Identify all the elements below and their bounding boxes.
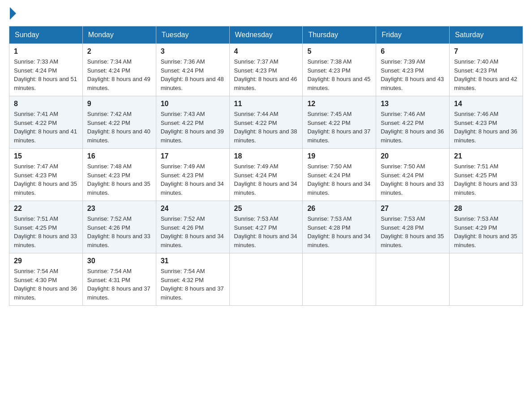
day-info: Sunrise: 7:46 AM Sunset: 4:23 PM Dayligh… [454, 110, 518, 145]
calendar-cell: 2 Sunrise: 7:34 AM Sunset: 4:24 PM Dayli… [82, 44, 156, 96]
day-info: Sunrise: 7:39 AM Sunset: 4:23 PM Dayligh… [381, 57, 445, 92]
calendar-cell: 10 Sunrise: 7:43 AM Sunset: 4:22 PM Dayl… [156, 96, 229, 149]
calendar-cell: 13 Sunrise: 7:46 AM Sunset: 4:22 PM Dayl… [376, 96, 450, 149]
day-info: Sunrise: 7:52 AM Sunset: 4:26 PM Dayligh… [161, 214, 225, 249]
day-number: 1 [14, 47, 78, 56]
calendar-week-row: 8 Sunrise: 7:41 AM Sunset: 4:22 PM Dayli… [9, 96, 523, 149]
day-info: Sunrise: 7:33 AM Sunset: 4:24 PM Dayligh… [14, 57, 78, 92]
day-info: Sunrise: 7:42 AM Sunset: 4:22 PM Dayligh… [87, 110, 151, 145]
calendar-body: 1 Sunrise: 7:33 AM Sunset: 4:24 PM Dayli… [9, 44, 523, 306]
day-number: 16 [87, 152, 151, 160]
calendar-cell: 26 Sunrise: 7:53 AM Sunset: 4:28 PM Dayl… [303, 201, 376, 253]
calendar-cell: 18 Sunrise: 7:49 AM Sunset: 4:24 PM Dayl… [229, 149, 303, 201]
calendar-cell: 17 Sunrise: 7:49 AM Sunset: 4:23 PM Dayl… [156, 149, 229, 201]
day-number: 26 [307, 205, 371, 213]
calendar-cell [450, 253, 523, 306]
day-number: 3 [161, 47, 225, 56]
day-info: Sunrise: 7:47 AM Sunset: 4:23 PM Dayligh… [14, 162, 78, 197]
calendar-header-tuesday: Tuesday [156, 26, 229, 44]
day-number: 7 [454, 47, 518, 56]
day-info: Sunrise: 7:53 AM Sunset: 4:28 PM Dayligh… [381, 214, 445, 249]
day-info: Sunrise: 7:52 AM Sunset: 4:26 PM Dayligh… [87, 214, 151, 249]
day-number: 25 [234, 205, 298, 213]
calendar-cell: 5 Sunrise: 7:38 AM Sunset: 4:23 PM Dayli… [303, 44, 376, 96]
logo-general-text [9, 9, 16, 20]
calendar-cell: 20 Sunrise: 7:50 AM Sunset: 4:24 PM Dayl… [376, 149, 450, 201]
day-number: 18 [234, 152, 298, 160]
page-header [9, 9, 523, 17]
day-number: 5 [307, 47, 371, 56]
day-info: Sunrise: 7:54 AM Sunset: 4:32 PM Dayligh… [161, 267, 225, 302]
day-info: Sunrise: 7:38 AM Sunset: 4:23 PM Dayligh… [307, 57, 371, 92]
day-info: Sunrise: 7:48 AM Sunset: 4:23 PM Dayligh… [87, 162, 151, 197]
day-number: 22 [14, 205, 78, 213]
day-info: Sunrise: 7:34 AM Sunset: 4:24 PM Dayligh… [87, 57, 151, 92]
calendar-cell: 11 Sunrise: 7:44 AM Sunset: 4:22 PM Dayl… [229, 96, 303, 149]
day-number: 13 [381, 100, 445, 108]
calendar-table: SundayMondayTuesdayWednesdayThursdayFrid… [9, 26, 523, 306]
day-info: Sunrise: 7:49 AM Sunset: 4:24 PM Dayligh… [234, 162, 298, 197]
day-info: Sunrise: 7:50 AM Sunset: 4:24 PM Dayligh… [381, 162, 445, 197]
calendar-header-friday: Friday [376, 26, 450, 44]
calendar-cell: 15 Sunrise: 7:47 AM Sunset: 4:23 PM Dayl… [9, 149, 83, 201]
day-info: Sunrise: 7:53 AM Sunset: 4:29 PM Dayligh… [454, 214, 518, 249]
calendar-cell: 9 Sunrise: 7:42 AM Sunset: 4:22 PM Dayli… [82, 96, 156, 149]
calendar-cell: 31 Sunrise: 7:54 AM Sunset: 4:32 PM Dayl… [156, 253, 229, 306]
day-number: 17 [161, 152, 225, 160]
day-number: 4 [234, 47, 298, 56]
day-number: 31 [161, 257, 225, 265]
day-info: Sunrise: 7:43 AM Sunset: 4:22 PM Dayligh… [161, 110, 225, 145]
calendar-cell: 6 Sunrise: 7:39 AM Sunset: 4:23 PM Dayli… [376, 44, 450, 96]
day-number: 29 [14, 257, 78, 265]
calendar-week-row: 29 Sunrise: 7:54 AM Sunset: 4:30 PM Dayl… [9, 253, 523, 306]
calendar-cell: 8 Sunrise: 7:41 AM Sunset: 4:22 PM Dayli… [9, 96, 83, 149]
calendar-header-monday: Monday [82, 26, 156, 44]
calendar-cell: 24 Sunrise: 7:52 AM Sunset: 4:26 PM Dayl… [156, 201, 229, 253]
calendar-cell: 3 Sunrise: 7:36 AM Sunset: 4:24 PM Dayli… [156, 44, 229, 96]
day-number: 28 [454, 205, 518, 213]
calendar-cell [229, 253, 303, 306]
calendar-cell: 28 Sunrise: 7:53 AM Sunset: 4:29 PM Dayl… [450, 201, 523, 253]
day-info: Sunrise: 7:40 AM Sunset: 4:23 PM Dayligh… [454, 57, 518, 92]
calendar-week-row: 22 Sunrise: 7:51 AM Sunset: 4:25 PM Dayl… [9, 201, 523, 253]
day-number: 10 [161, 100, 225, 108]
calendar-cell [376, 253, 450, 306]
day-number: 12 [307, 100, 371, 108]
calendar-cell: 23 Sunrise: 7:52 AM Sunset: 4:26 PM Dayl… [82, 201, 156, 253]
day-info: Sunrise: 7:37 AM Sunset: 4:23 PM Dayligh… [234, 57, 298, 92]
calendar-cell: 7 Sunrise: 7:40 AM Sunset: 4:23 PM Dayli… [450, 44, 523, 96]
day-number: 21 [454, 152, 518, 160]
day-info: Sunrise: 7:45 AM Sunset: 4:22 PM Dayligh… [307, 110, 371, 145]
day-number: 19 [307, 152, 371, 160]
day-number: 2 [87, 47, 151, 56]
day-number: 8 [14, 100, 78, 108]
calendar-cell: 12 Sunrise: 7:45 AM Sunset: 4:22 PM Dayl… [303, 96, 376, 149]
calendar-week-row: 15 Sunrise: 7:47 AM Sunset: 4:23 PM Dayl… [9, 149, 523, 201]
calendar-cell: 4 Sunrise: 7:37 AM Sunset: 4:23 PM Dayli… [229, 44, 303, 96]
day-info: Sunrise: 7:44 AM Sunset: 4:22 PM Dayligh… [234, 110, 298, 145]
day-info: Sunrise: 7:46 AM Sunset: 4:22 PM Dayligh… [381, 110, 445, 145]
day-number: 9 [87, 100, 151, 108]
calendar-cell: 14 Sunrise: 7:46 AM Sunset: 4:23 PM Dayl… [450, 96, 523, 149]
calendar-header-row: SundayMondayTuesdayWednesdayThursdayFrid… [9, 26, 523, 44]
day-info: Sunrise: 7:51 AM Sunset: 4:25 PM Dayligh… [454, 162, 518, 197]
day-number: 24 [161, 205, 225, 213]
calendar-cell: 16 Sunrise: 7:48 AM Sunset: 4:23 PM Dayl… [82, 149, 156, 201]
calendar-cell: 21 Sunrise: 7:51 AM Sunset: 4:25 PM Dayl… [450, 149, 523, 201]
calendar-cell: 30 Sunrise: 7:54 AM Sunset: 4:31 PM Dayl… [82, 253, 156, 306]
calendar-header-sunday: Sunday [9, 26, 83, 44]
day-number: 15 [14, 152, 78, 160]
day-info: Sunrise: 7:54 AM Sunset: 4:30 PM Dayligh… [14, 267, 78, 302]
day-info: Sunrise: 7:49 AM Sunset: 4:23 PM Dayligh… [161, 162, 225, 197]
day-info: Sunrise: 7:50 AM Sunset: 4:24 PM Dayligh… [307, 162, 371, 197]
calendar-cell: 19 Sunrise: 7:50 AM Sunset: 4:24 PM Dayl… [303, 149, 376, 201]
calendar-cell: 22 Sunrise: 7:51 AM Sunset: 4:25 PM Dayl… [9, 201, 83, 253]
day-number: 20 [381, 152, 445, 160]
calendar-cell: 27 Sunrise: 7:53 AM Sunset: 4:28 PM Dayl… [376, 201, 450, 253]
day-number: 23 [87, 205, 151, 213]
day-number: 27 [381, 205, 445, 213]
calendar-cell: 29 Sunrise: 7:54 AM Sunset: 4:30 PM Dayl… [9, 253, 83, 306]
day-info: Sunrise: 7:51 AM Sunset: 4:25 PM Dayligh… [14, 214, 78, 249]
calendar-header-thursday: Thursday [303, 26, 376, 44]
calendar-header-wednesday: Wednesday [229, 26, 303, 44]
